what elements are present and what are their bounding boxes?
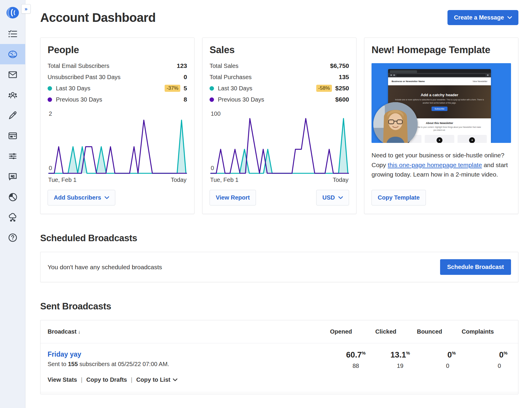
teal-legend-dot <box>48 86 52 91</box>
sidebar-item-integrations[interactable] <box>0 207 25 227</box>
view-stats-link[interactable]: View Stats <box>48 376 77 383</box>
help-icon <box>8 233 18 243</box>
column-opened: Opened <box>325 328 369 335</box>
presenter-webcam-avatar <box>373 102 418 143</box>
stat-total-subscribers: Total Email Subscribers 123 <box>48 60 187 71</box>
sidebar-item-checklist[interactable] <box>0 24 25 44</box>
create-message-button[interactable]: Create a Message <box>447 10 518 25</box>
table-header: Broadcast↓ Opened Clicked Bounced Compla… <box>40 320 518 343</box>
pencil-icon <box>8 110 18 120</box>
bounced-stat: 0% 0 <box>413 350 459 383</box>
sidebar-item-messages[interactable] <box>0 64 25 85</box>
broadcast-sent-info: Sent to 155 subscribers at 05/25/22 07:0… <box>48 361 325 368</box>
people-card: People Total Email Subscribers 123 Unsub… <box>40 37 194 214</box>
stat-total-purchases: Total Purchases 135 <box>210 71 349 83</box>
page-header: Account Dashboard Create a Message <box>40 10 518 25</box>
template-video-thumbnail[interactable]: Business or Newsletter Name View Newslet… <box>372 63 511 143</box>
x-axis-end-label: Today <box>333 177 348 183</box>
expand-sidebar-icon[interactable]: » <box>21 4 31 14</box>
sent-broadcasts-table: Broadcast↓ Opened Clicked Bounced Compla… <box>40 320 518 394</box>
page-title: Account Dashboard <box>40 11 156 25</box>
chat-bubble-icon <box>8 172 18 182</box>
teal-legend-dot <box>210 86 214 91</box>
broadcast-title-link[interactable]: Friday yay <box>48 350 325 358</box>
scheduled-broadcasts-box: You don't have any scheduled broadcasts … <box>40 252 518 282</box>
column-complaints: Complaints <box>459 328 511 335</box>
column-bounced: Bounced <box>413 328 459 335</box>
sidebar-item-chat[interactable] <box>0 166 25 187</box>
stat-last-30-days: Last 30 Days -58% $250 <box>210 83 349 94</box>
broadcast-actions: View Stats | Copy to Drafts | Copy to Li… <box>48 376 325 383</box>
people-icon <box>8 90 18 100</box>
pie-chart-icon <box>8 192 18 202</box>
sidebar-item-dashboard[interactable] <box>0 44 25 64</box>
chevron-down-icon <box>338 196 343 199</box>
chevron-down-icon <box>105 196 109 199</box>
main-content: Account Dashboard Create a Message Peopl… <box>25 0 532 408</box>
copy-template-button[interactable]: Copy Template <box>372 190 426 205</box>
stats-cards-row: People Total Email Subscribers 123 Unsub… <box>40 37 518 214</box>
sliders-icon <box>8 151 18 161</box>
homepage-template-link[interactable]: this one-page homepage template <box>388 161 482 168</box>
template-description: Need to get your business or side-hustle… <box>372 151 511 179</box>
stat-last-30-days: Last 30 Days -37% 5 <box>48 83 187 94</box>
add-subscribers-button[interactable]: Add Subscribers <box>48 190 115 205</box>
chevron-down-icon <box>507 16 512 19</box>
sales-card-title: Sales <box>210 44 349 56</box>
clicked-stat: 13.1% 19 <box>369 350 413 383</box>
x-axis-start-label: Tue, Feb 1 <box>210 177 239 183</box>
sales-card: Sales Total Sales $6,750 Total Purchases… <box>202 37 356 214</box>
sales-chart: 100 0 Tue, Feb 1 Today <box>210 112 349 190</box>
view-report-button[interactable]: View Report <box>210 190 256 205</box>
sidebar-item-create[interactable] <box>0 105 25 125</box>
scheduled-empty-text: You don't have any scheduled broadcasts <box>48 264 162 271</box>
stat-total-sales: Total Sales $6,750 <box>210 60 349 71</box>
sidebar-item-reports[interactable] <box>0 187 25 207</box>
change-badge: -37% <box>165 85 181 92</box>
copy-to-list-link[interactable]: Copy to List <box>136 376 178 383</box>
column-broadcast[interactable]: Broadcast↓ <box>48 328 325 335</box>
envelope-icon <box>8 70 18 80</box>
y-axis-max-label: 2 <box>49 110 52 117</box>
x-axis-start-label: Tue, Feb 1 <box>48 177 77 183</box>
app-root: » <box>0 0 532 408</box>
homepage-template-card: New! Homepage Template Business or Newsl… <box>364 37 518 214</box>
change-badge: -58% <box>316 85 332 92</box>
sidebar-item-pages[interactable] <box>0 125 25 146</box>
sidebar: » <box>0 0 25 408</box>
stat-previous-30-days: Previous 30 Days $600 <box>210 94 349 105</box>
next-row-divider <box>40 392 518 394</box>
people-card-title: People <box>48 44 187 56</box>
sidebar-item-automations[interactable] <box>0 146 25 166</box>
sort-descending-icon: ↓ <box>78 329 81 335</box>
y-axis-max-label: 100 <box>211 110 220 117</box>
scheduled-broadcasts-title: Scheduled Broadcasts <box>40 233 518 244</box>
purple-legend-dot <box>48 97 52 102</box>
people-chart: 2 0 Tue, Feb 1 Today <box>48 112 187 190</box>
column-clicked: Clicked <box>369 328 413 335</box>
purple-legend-dot <box>210 97 214 102</box>
template-card-title: New! Homepage Template <box>372 44 511 56</box>
schedule-broadcast-button[interactable]: Schedule Broadcast <box>440 259 511 275</box>
complaints-stat: 0% 0 <box>459 350 511 383</box>
checklist-icon <box>8 29 18 39</box>
chevron-down-icon <box>173 378 177 381</box>
sent-broadcasts-title: Sent Broadcasts <box>40 301 518 312</box>
x-axis-end-label: Today <box>171 177 186 183</box>
broadcast-cell: Friday yay Sent to 155 subscribers at 05… <box>48 350 325 383</box>
sidebar-nav <box>0 24 25 248</box>
copy-to-drafts-link[interactable]: Copy to Drafts <box>86 376 127 383</box>
sidebar-item-help[interactable] <box>0 227 25 248</box>
cloud-connect-icon <box>8 212 18 222</box>
dashboard-icon <box>8 49 18 59</box>
opened-stat: 60.7% 88 <box>325 350 369 383</box>
currency-select[interactable]: USD <box>316 190 349 205</box>
table-row: Friday yay Sent to 155 subscribers at 05… <box>40 343 518 392</box>
stat-previous-30-days: Previous 30 Days 8 <box>48 94 187 105</box>
stat-unsubscribed: Unsubscribed Past 30 Days 0 <box>48 71 187 83</box>
sidebar-item-subscribers[interactable] <box>0 85 25 105</box>
browser-icon <box>8 131 18 141</box>
